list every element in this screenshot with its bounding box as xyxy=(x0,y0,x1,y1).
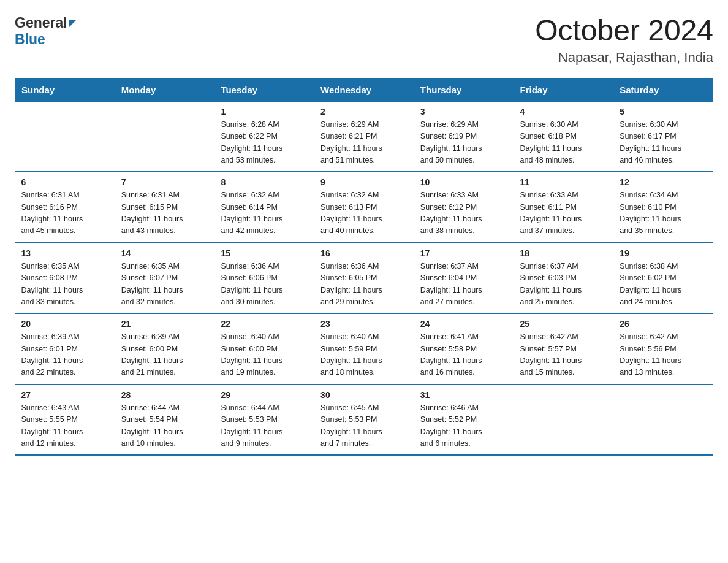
day-cell: 15Sunrise: 6:36 AMSunset: 6:06 PMDayligh… xyxy=(214,243,314,314)
day-info: Sunrise: 6:46 AMSunset: 5:52 PMDaylight:… xyxy=(420,402,507,450)
day-info: Sunrise: 6:31 AMSunset: 6:16 PMDaylight:… xyxy=(21,190,108,237)
day-cell: 14Sunrise: 6:35 AMSunset: 6:07 PMDayligh… xyxy=(115,243,214,314)
day-info: Sunrise: 6:35 AMSunset: 6:07 PMDaylight:… xyxy=(121,261,208,308)
day-cell: 22Sunrise: 6:40 AMSunset: 6:00 PMDayligh… xyxy=(214,313,314,385)
day-cell: 29Sunrise: 6:44 AMSunset: 5:53 PMDayligh… xyxy=(214,385,314,456)
day-cell: 2Sunrise: 6:29 AMSunset: 6:21 PMDaylight… xyxy=(314,101,414,172)
day-info: Sunrise: 6:43 AMSunset: 5:55 PMDaylight:… xyxy=(21,402,108,450)
day-number: 28 xyxy=(121,390,208,400)
day-cell: 3Sunrise: 6:29 AMSunset: 6:19 PMDaylight… xyxy=(414,101,514,172)
day-number: 23 xyxy=(320,319,408,329)
day-number: 17 xyxy=(420,248,507,258)
day-info: Sunrise: 6:36 AMSunset: 6:05 PMDaylight:… xyxy=(320,261,408,308)
header-sunday: Sunday xyxy=(15,78,115,101)
day-info: Sunrise: 6:33 AMSunset: 6:11 PMDaylight:… xyxy=(520,190,607,237)
day-cell: 10Sunrise: 6:33 AMSunset: 6:12 PMDayligh… xyxy=(414,172,514,243)
day-info: Sunrise: 6:45 AMSunset: 5:53 PMDaylight:… xyxy=(320,402,408,450)
day-number: 29 xyxy=(221,390,308,400)
day-info: Sunrise: 6:41 AMSunset: 5:58 PMDaylight:… xyxy=(420,331,507,379)
day-cell: 16Sunrise: 6:36 AMSunset: 6:05 PMDayligh… xyxy=(314,243,414,314)
day-number: 16 xyxy=(320,248,408,258)
day-number: 10 xyxy=(420,177,507,187)
day-number: 18 xyxy=(520,248,607,258)
day-cell: 11Sunrise: 6:33 AMSunset: 6:11 PMDayligh… xyxy=(514,172,613,243)
day-number: 3 xyxy=(420,107,507,117)
logo-general-text: General xyxy=(15,15,77,31)
day-info: Sunrise: 6:32 AMSunset: 6:14 PMDaylight:… xyxy=(221,190,308,237)
day-number: 11 xyxy=(520,177,607,187)
day-info: Sunrise: 6:39 AMSunset: 6:00 PMDaylight:… xyxy=(121,331,208,379)
day-number: 14 xyxy=(121,248,208,258)
day-number: 15 xyxy=(221,248,308,258)
day-number: 13 xyxy=(21,248,108,258)
logo-general-label: General xyxy=(15,15,67,31)
day-number: 9 xyxy=(320,177,408,187)
calendar-header-row: SundayMondayTuesdayWednesdayThursdayFrid… xyxy=(15,78,713,101)
day-cell xyxy=(514,385,613,456)
day-info: Sunrise: 6:40 AMSunset: 5:59 PMDaylight:… xyxy=(320,331,408,379)
day-number: 21 xyxy=(121,319,208,329)
logo-triangle-icon xyxy=(69,20,77,28)
day-cell: 4Sunrise: 6:30 AMSunset: 6:18 PMDaylight… xyxy=(514,101,613,172)
logo-blue-label: Blue xyxy=(15,31,45,48)
day-number: 26 xyxy=(620,319,707,329)
day-cell: 20Sunrise: 6:39 AMSunset: 6:01 PMDayligh… xyxy=(15,313,115,385)
day-info: Sunrise: 6:37 AMSunset: 6:03 PMDaylight:… xyxy=(520,261,607,308)
day-info: Sunrise: 6:35 AMSunset: 6:08 PMDaylight:… xyxy=(21,261,108,308)
header-tuesday: Tuesday xyxy=(214,78,314,101)
week-row-2: 6Sunrise: 6:31 AMSunset: 6:16 PMDaylight… xyxy=(15,172,713,243)
day-info: Sunrise: 6:34 AMSunset: 6:10 PMDaylight:… xyxy=(620,190,707,237)
header-wednesday: Wednesday xyxy=(314,78,414,101)
day-cell: 26Sunrise: 6:42 AMSunset: 5:56 PMDayligh… xyxy=(613,313,713,385)
day-cell: 8Sunrise: 6:32 AMSunset: 6:14 PMDaylight… xyxy=(214,172,314,243)
day-cell: 9Sunrise: 6:32 AMSunset: 6:13 PMDaylight… xyxy=(314,172,414,243)
day-cell: 30Sunrise: 6:45 AMSunset: 5:53 PMDayligh… xyxy=(314,385,414,456)
day-cell: 21Sunrise: 6:39 AMSunset: 6:00 PMDayligh… xyxy=(115,313,214,385)
title-block: October 2024 Napasar, Rajasthan, India xyxy=(535,15,713,66)
day-number: 22 xyxy=(221,319,308,329)
day-cell: 18Sunrise: 6:37 AMSunset: 6:03 PMDayligh… xyxy=(514,243,613,314)
day-number: 27 xyxy=(21,390,108,400)
day-cell: 7Sunrise: 6:31 AMSunset: 6:15 PMDaylight… xyxy=(115,172,214,243)
day-number: 2 xyxy=(320,107,408,117)
day-info: Sunrise: 6:29 AMSunset: 6:21 PMDaylight:… xyxy=(320,119,408,167)
week-row-5: 27Sunrise: 6:43 AMSunset: 5:55 PMDayligh… xyxy=(15,385,713,456)
day-number: 25 xyxy=(520,319,607,329)
week-row-3: 13Sunrise: 6:35 AMSunset: 6:08 PMDayligh… xyxy=(15,243,713,314)
day-info: Sunrise: 6:44 AMSunset: 5:53 PMDaylight:… xyxy=(221,402,308,450)
day-info: Sunrise: 6:37 AMSunset: 6:04 PMDaylight:… xyxy=(420,261,507,308)
day-info: Sunrise: 6:31 AMSunset: 6:15 PMDaylight:… xyxy=(121,190,208,237)
header-saturday: Saturday xyxy=(613,78,713,101)
day-number: 31 xyxy=(420,390,507,400)
day-number: 7 xyxy=(121,177,208,187)
day-cell: 19Sunrise: 6:38 AMSunset: 6:02 PMDayligh… xyxy=(613,243,713,314)
page-subtitle: Napasar, Rajasthan, India xyxy=(535,50,713,66)
header-monday: Monday xyxy=(115,78,214,101)
day-cell: 1Sunrise: 6:28 AMSunset: 6:22 PMDaylight… xyxy=(214,101,314,172)
day-cell: 31Sunrise: 6:46 AMSunset: 5:52 PMDayligh… xyxy=(414,385,514,456)
week-row-1: 1Sunrise: 6:28 AMSunset: 6:22 PMDaylight… xyxy=(15,101,713,172)
page-header: General Blue October 2024 Napasar, Rajas… xyxy=(15,15,713,66)
day-number: 12 xyxy=(620,177,707,187)
logo-blue-text: Blue xyxy=(15,31,45,48)
day-number: 24 xyxy=(420,319,507,329)
day-info: Sunrise: 6:42 AMSunset: 5:56 PMDaylight:… xyxy=(620,331,707,379)
day-number: 19 xyxy=(620,248,707,258)
day-cell xyxy=(115,101,214,172)
day-number: 8 xyxy=(221,177,308,187)
day-cell: 28Sunrise: 6:44 AMSunset: 5:54 PMDayligh… xyxy=(115,385,214,456)
day-info: Sunrise: 6:42 AMSunset: 5:57 PMDaylight:… xyxy=(520,331,607,379)
day-cell: 13Sunrise: 6:35 AMSunset: 6:08 PMDayligh… xyxy=(15,243,115,314)
day-info: Sunrise: 6:32 AMSunset: 6:13 PMDaylight:… xyxy=(320,190,408,237)
logo: General Blue xyxy=(15,15,77,48)
calendar-table: SundayMondayTuesdayWednesdayThursdayFrid… xyxy=(15,78,713,456)
day-info: Sunrise: 6:44 AMSunset: 5:54 PMDaylight:… xyxy=(121,402,208,450)
day-number: 4 xyxy=(520,107,607,117)
day-info: Sunrise: 6:36 AMSunset: 6:06 PMDaylight:… xyxy=(221,261,308,308)
day-cell: 5Sunrise: 6:30 AMSunset: 6:17 PMDaylight… xyxy=(613,101,713,172)
day-info: Sunrise: 6:38 AMSunset: 6:02 PMDaylight:… xyxy=(620,261,707,308)
page-title: October 2024 xyxy=(535,15,713,47)
day-info: Sunrise: 6:40 AMSunset: 6:00 PMDaylight:… xyxy=(221,331,308,379)
day-number: 6 xyxy=(21,177,108,187)
day-cell: 23Sunrise: 6:40 AMSunset: 5:59 PMDayligh… xyxy=(314,313,414,385)
